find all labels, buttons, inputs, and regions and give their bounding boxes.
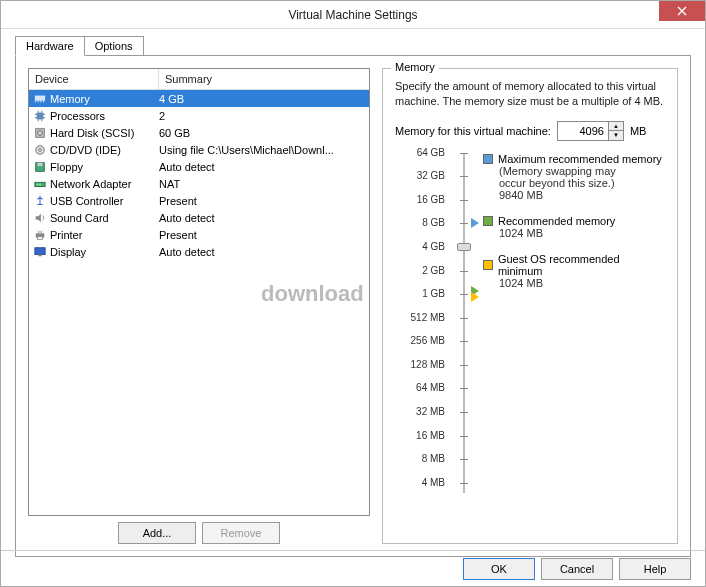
slider-ticks: 64 GB32 GB16 GB8 GB4 GB2 GB1 GB512 MB256… [395, 153, 445, 493]
legend-max: Maximum recommended memory (Memory swapp… [483, 153, 665, 201]
device-name: Hard Disk (SCSI) [50, 127, 134, 139]
memory-slider-area: 64 GB32 GB16 GB8 GB4 GB2 GB1 GB512 MB256… [395, 153, 665, 493]
tab-hardware[interactable]: Hardware [15, 36, 85, 56]
memory-group: Memory Specify the amount of memory allo… [382, 68, 678, 544]
tick-label: 16 GB [395, 194, 445, 205]
table-row[interactable]: PrinterPresent [29, 226, 369, 243]
square-icon [483, 216, 493, 226]
window-title: Virtual Machine Settings [288, 8, 417, 22]
device-name: Sound Card [50, 212, 109, 224]
titlebar: Virtual Machine Settings [1, 1, 705, 29]
cd-icon [33, 144, 47, 156]
spin-up[interactable]: ▲ [609, 122, 623, 132]
sound-icon [33, 212, 47, 224]
svg-rect-1 [37, 112, 44, 119]
help-button[interactable]: Help [619, 558, 691, 580]
ok-button[interactable]: OK [463, 558, 535, 580]
svg-point-5 [39, 148, 42, 151]
device-buttons: Add... Remove [28, 522, 370, 544]
spinner-arrows: ▲ ▼ [608, 122, 623, 140]
remove-button[interactable]: Remove [202, 522, 280, 544]
legend-rec: Recommended memory 1024 MB [483, 215, 665, 239]
floppy-icon [33, 161, 47, 173]
device-name: Display [50, 246, 86, 258]
tick-label: 16 MB [395, 430, 445, 441]
device-summary: Auto detect [159, 161, 365, 173]
svg-rect-15 [38, 254, 41, 256]
device-table: Device Summary Memory4 GBProcessors2Hard… [28, 68, 370, 516]
tick-label: 1 GB [395, 288, 445, 299]
table-row[interactable]: Processors2 [29, 107, 369, 124]
tick-label: 512 MB [395, 312, 445, 323]
table-row[interactable]: Network AdapterNAT [29, 175, 369, 192]
col-summary[interactable]: Summary [159, 69, 369, 90]
table-row[interactable]: USB ControllerPresent [29, 192, 369, 209]
marker-max [471, 218, 479, 228]
memory-group-title: Memory [391, 61, 439, 73]
cancel-button[interactable]: Cancel [541, 558, 613, 580]
square-icon [483, 260, 493, 270]
tab-options[interactable]: Options [84, 36, 144, 56]
memory-panel: Memory Specify the amount of memory allo… [382, 68, 678, 544]
device-summary: Auto detect [159, 212, 365, 224]
table-row[interactable]: FloppyAuto detect [29, 158, 369, 175]
svg-rect-0 [35, 95, 45, 100]
close-button[interactable] [659, 1, 705, 21]
device-name: Network Adapter [50, 178, 131, 190]
memory-spinner[interactable]: ▲ ▼ [557, 121, 624, 141]
tick-label: 256 MB [395, 335, 445, 346]
device-name: CD/DVD (IDE) [50, 144, 121, 156]
tick-label: 32 GB [395, 170, 445, 181]
table-row[interactable]: Hard Disk (SCSI)60 GB [29, 124, 369, 141]
square-icon [483, 154, 493, 164]
cpu-icon [33, 110, 47, 122]
tab-content: Device Summary Memory4 GBProcessors2Hard… [15, 55, 691, 557]
memory-unit: MB [630, 125, 647, 137]
add-button[interactable]: Add... [118, 522, 196, 544]
device-summary: Using file C:\Users\Michael\Downl... [159, 144, 365, 156]
device-name: USB Controller [50, 195, 123, 207]
slider-track-column[interactable] [453, 153, 475, 493]
spin-down[interactable]: ▼ [609, 131, 623, 140]
legend-min: Guest OS recommended minimum 1024 MB [483, 253, 665, 289]
memory-description: Specify the amount of memory allocated t… [395, 79, 665, 109]
svg-rect-13 [37, 236, 42, 239]
table-header: Device Summary [29, 69, 369, 90]
memory-icon [33, 93, 47, 105]
memory-input[interactable] [558, 122, 608, 140]
tick-label: 4 GB [395, 241, 445, 252]
tick-label: 4 MB [395, 477, 445, 488]
svg-point-9 [37, 183, 39, 185]
tick-label: 8 MB [395, 453, 445, 464]
table-row[interactable]: Memory4 GB [29, 90, 369, 107]
close-icon [677, 6, 687, 16]
table-row[interactable]: Sound CardAuto detect [29, 209, 369, 226]
table-row[interactable]: CD/DVD (IDE)Using file C:\Users\Michael\… [29, 141, 369, 158]
svg-rect-7 [37, 162, 42, 165]
table-row[interactable]: DisplayAuto detect [29, 243, 369, 260]
tick-label: 8 GB [395, 217, 445, 228]
device-summary: 2 [159, 110, 365, 122]
tick-label: 64 MB [395, 382, 445, 393]
usb-icon [33, 195, 47, 207]
settings-dialog: Virtual Machine Settings HardwareOptions… [0, 0, 706, 587]
device-summary: 4 GB [159, 93, 365, 105]
device-name: Floppy [50, 161, 83, 173]
tick-label: 64 GB [395, 147, 445, 158]
dialog-footer: OK Cancel Help [1, 550, 705, 586]
device-panel: Device Summary Memory4 GBProcessors2Hard… [28, 68, 370, 544]
network-icon [33, 178, 47, 190]
svg-rect-14 [35, 247, 45, 254]
memory-legend: Maximum recommended memory (Memory swapp… [483, 153, 665, 493]
svg-rect-12 [37, 230, 42, 233]
marker-min [471, 292, 479, 302]
svg-point-10 [39, 183, 41, 185]
device-summary: Present [159, 229, 365, 241]
tab-strip: HardwareOptions [1, 29, 705, 55]
col-device[interactable]: Device [29, 69, 159, 90]
device-summary: NAT [159, 178, 365, 190]
slider-thumb[interactable] [457, 243, 471, 251]
tick-label: 128 MB [395, 359, 445, 370]
memory-input-row: Memory for this virtual machine: ▲ ▼ MB [395, 121, 665, 141]
device-name: Processors [50, 110, 105, 122]
